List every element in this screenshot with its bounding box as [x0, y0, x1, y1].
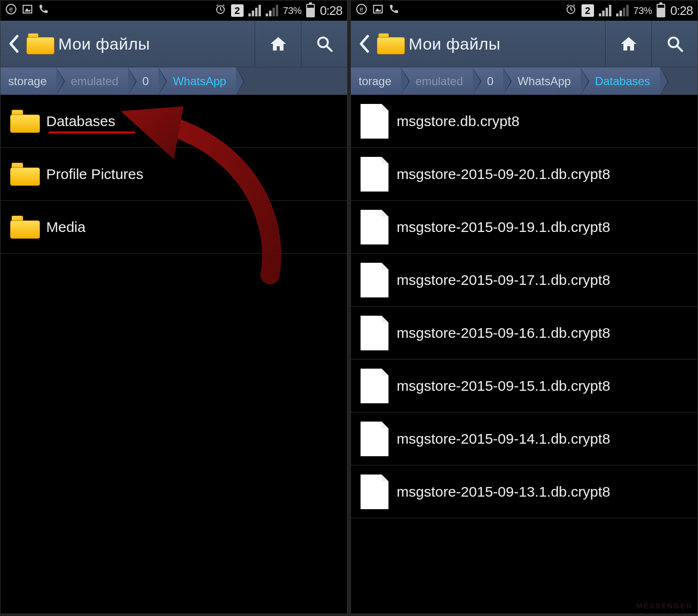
folder-list: DatabasesProfile PicturesMedia — [0, 95, 347, 254]
phone-icon — [388, 4, 399, 17]
home-button[interactable] — [605, 21, 651, 67]
app-folder-icon — [26, 33, 54, 54]
breadcrumb-item[interactable]: storage — [0, 67, 56, 95]
item-label: msgstore-2015-09-15.1.db.crypt8 — [397, 378, 688, 394]
breadcrumb-item[interactable]: WhatsApp — [503, 67, 581, 95]
home-button[interactable] — [255, 21, 301, 67]
file-icon — [361, 422, 388, 456]
edge-icon: e — [356, 3, 367, 18]
edge-icon: e — [5, 3, 17, 18]
folder-icon — [10, 216, 40, 239]
list-item[interactable]: msgstore-2015-09-17.1.db.crypt8 — [351, 254, 698, 307]
list-item[interactable]: msgstore.db.crypt8 — [351, 95, 698, 148]
file-icon — [361, 210, 388, 244]
item-label: msgstore.db.crypt8 — [397, 113, 688, 129]
search-button[interactable] — [651, 21, 698, 67]
item-label: msgstore-2015-09-13.1.db.crypt8 — [397, 484, 688, 500]
battery-icon — [306, 4, 315, 17]
list-item[interactable]: Profile Pictures — [0, 148, 347, 201]
item-label: Databases — [46, 113, 337, 129]
search-button[interactable] — [301, 21, 347, 67]
list-item[interactable]: msgstore-2015-09-14.1.db.crypt8 — [351, 412, 698, 465]
item-label: msgstore-2015-09-14.1.db.crypt8 — [397, 431, 688, 447]
status-bar: e 2 73% 0:28 — [0, 0, 347, 21]
svg-text:e: e — [360, 5, 363, 13]
file-icon — [361, 369, 388, 403]
highlight-underline — [49, 131, 135, 133]
alarm-icon — [215, 3, 226, 18]
status-clock: 0:28 — [320, 3, 342, 18]
breadcrumb-item[interactable]: emulated — [56, 67, 128, 95]
app-bar: Мои файлы — [351, 21, 698, 67]
sim-badge: 2 — [582, 4, 594, 17]
file-icon — [361, 475, 388, 509]
back-button[interactable] — [354, 34, 375, 53]
status-bar: e 2 73% 0:28 — [351, 0, 698, 21]
file-list: msgstore.db.crypt8msgstore-2015-09-20.1.… — [351, 95, 698, 518]
list-item[interactable]: Media — [0, 201, 347, 254]
item-label: msgstore-2015-09-16.1.db.crypt8 — [397, 325, 688, 341]
signal-icon-2 — [266, 5, 278, 16]
picture-icon — [22, 3, 33, 18]
signal-icon-2 — [616, 5, 629, 16]
breadcrumb: storageemulated0WhatsApp — [0, 67, 347, 95]
breadcrumb-item[interactable]: emulated — [401, 67, 473, 95]
list-item[interactable]: msgstore-2015-09-19.1.db.crypt8 — [351, 201, 698, 254]
screen-right: e 2 73% 0:28 Мои файлы torageemulat — [350, 0, 698, 614]
svg-marker-11 — [375, 8, 381, 12]
battery-icon — [657, 4, 665, 17]
folder-icon — [10, 110, 40, 133]
app-folder-icon — [377, 33, 405, 54]
svg-marker-3 — [25, 8, 30, 12]
list-item[interactable]: msgstore-2015-09-15.1.db.crypt8 — [351, 359, 698, 412]
alarm-icon — [565, 3, 577, 18]
breadcrumb-item[interactable]: Databases — [581, 67, 660, 95]
app-bar: Мои файлы — [0, 21, 347, 67]
item-label: msgstore-2015-09-20.1.db.crypt8 — [397, 166, 688, 182]
back-button[interactable] — [3, 34, 25, 53]
file-icon — [361, 104, 388, 139]
status-clock: 0:28 — [670, 3, 693, 18]
breadcrumb-item[interactable]: WhatsApp — [158, 67, 236, 95]
battery-percent: 73% — [283, 5, 302, 16]
svg-line-14 — [677, 46, 682, 51]
app-title: Мои файлы — [405, 35, 605, 53]
battery-percent: 73% — [633, 5, 652, 16]
file-icon — [361, 316, 388, 350]
breadcrumb: torageemulated0WhatsAppDatabases — [351, 67, 698, 95]
sim-badge: 2 — [231, 4, 244, 17]
file-icon — [361, 263, 388, 297]
screen-left: e 2 73% 0:28 Мои файлы storag — [0, 0, 348, 614]
svg-line-6 — [327, 46, 332, 51]
item-label: Profile Pictures — [46, 166, 337, 182]
list-item[interactable]: msgstore-2015-09-13.1.db.crypt8 — [351, 465, 698, 518]
folder-icon — [10, 163, 40, 186]
app-title: Мои файлы — [54, 35, 255, 53]
item-label: msgstore-2015-09-19.1.db.crypt8 — [397, 219, 688, 235]
list-item[interactable]: Databases — [0, 95, 347, 148]
item-label: msgstore-2015-09-17.1.db.crypt8 — [397, 272, 688, 288]
signal-icon-1 — [248, 5, 261, 16]
signal-icon-1 — [599, 5, 611, 16]
svg-text:e: e — [9, 5, 13, 13]
list-item[interactable]: msgstore-2015-09-20.1.db.crypt8 — [351, 148, 698, 201]
breadcrumb-item[interactable]: torage — [351, 67, 401, 95]
phone-icon — [38, 4, 49, 17]
item-label: Media — [46, 219, 337, 235]
file-icon — [361, 157, 388, 192]
watermark: MESSENGER — [637, 602, 693, 610]
picture-icon — [372, 3, 384, 18]
list-item[interactable]: msgstore-2015-09-16.1.db.crypt8 — [351, 307, 698, 359]
